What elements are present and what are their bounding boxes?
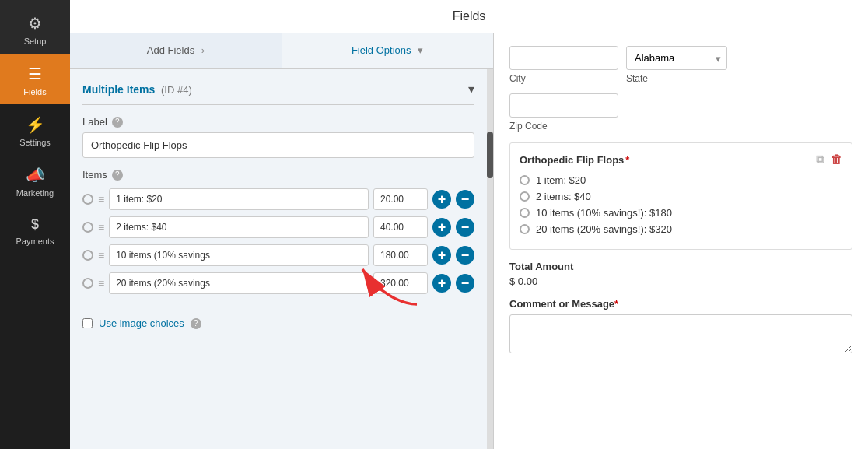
page-title: Fields: [453, 9, 486, 23]
item-add-button-1[interactable]: +: [432, 218, 451, 237]
item-drag-2[interactable]: ≡: [98, 249, 104, 261]
tab-field-options[interactable]: Field Options ▾: [282, 33, 493, 68]
item-row-2: ≡ + −: [82, 244, 474, 266]
item-remove-button-0[interactable]: −: [456, 190, 474, 209]
city-label: City: [509, 73, 618, 84]
delete-icon[interactable]: 🗑: [831, 153, 842, 167]
sidebar-label-marketing: Marketing: [16, 188, 54, 198]
payments-icon: $: [31, 216, 39, 233]
sidebar-label-setup: Setup: [24, 37, 47, 46]
copy-icon[interactable]: ⧉: [816, 153, 824, 167]
item-drag-0[interactable]: ≡: [98, 193, 104, 205]
sidebar-item-marketing[interactable]: 📣 Marketing: [0, 155, 70, 205]
item-name-input-1[interactable]: [109, 216, 369, 238]
city-input[interactable]: [509, 46, 618, 70]
sidebar: ⚙ Setup ☰ Fields ⚡ Settings 📣 Marketing …: [0, 0, 70, 449]
item-radio-3[interactable]: [82, 278, 93, 289]
section-title-text: Multiple Items: [82, 83, 155, 96]
comment-textarea[interactable]: [509, 314, 852, 353]
product-option-label-3: 20 items (20% savings!): $320: [536, 223, 672, 235]
product-name: Orthopedic Flip Flops*: [520, 154, 629, 166]
items-label-row: Items ?: [82, 169, 474, 181]
item-drag-3[interactable]: ≡: [98, 277, 104, 289]
item-remove-button-3[interactable]: −: [456, 274, 474, 293]
label-input[interactable]: [82, 132, 474, 158]
state-select[interactable]: Alabama: [626, 46, 727, 70]
item-name-input-3[interactable]: [109, 272, 369, 294]
product-option-label-0: 1 item: $20: [536, 174, 586, 186]
items-help-icon[interactable]: ?: [112, 170, 123, 181]
product-radio-3[interactable]: [520, 224, 530, 234]
sidebar-item-settings[interactable]: ⚡ Settings: [0, 104, 70, 155]
section-collapse-icon[interactable]: ▾: [468, 82, 474, 96]
fields-icon: ☰: [28, 65, 42, 83]
tab-add-fields-arrow: ›: [201, 44, 205, 56]
required-marker: *: [625, 154, 629, 166]
item-add-button-2[interactable]: +: [432, 246, 451, 265]
product-option-2: 10 items (10% savings!): $180: [520, 207, 842, 219]
item-price-input-3[interactable]: [373, 272, 428, 294]
total-label: Total Amount: [509, 261, 852, 272]
item-radio-0[interactable]: [82, 194, 93, 205]
comment-label: Comment or Message*: [509, 298, 852, 310]
panel-content: Multiple Items (ID #4) ▾ Label ? It: [70, 69, 487, 449]
section-header: Multiple Items (ID #4) ▾: [82, 82, 474, 96]
scroll-thumb[interactable]: [487, 132, 493, 178]
item-row-0: ≡ + −: [82, 188, 474, 210]
item-remove-button-2[interactable]: −: [456, 246, 474, 265]
sidebar-item-payments[interactable]: $ Payments: [0, 205, 70, 254]
product-option-3: 20 items (20% savings!): $320: [520, 223, 842, 235]
product-icons: ⧉ 🗑: [816, 153, 842, 167]
total-section: Total Amount $ 0.00: [509, 261, 852, 287]
item-remove-button-1[interactable]: −: [456, 218, 474, 237]
city-field: City: [509, 46, 618, 84]
sidebar-label-settings: Settings: [19, 138, 51, 147]
item-price-input-0[interactable]: [373, 188, 428, 210]
product-title-text: Orthopedic Flip Flops: [520, 154, 624, 166]
item-row-1: ≡ + −: [82, 216, 474, 238]
product-option-0: 1 item: $20: [520, 174, 842, 186]
item-radio-1[interactable]: [82, 222, 93, 233]
item-name-input-0[interactable]: [109, 188, 369, 210]
use-image-choices-label[interactable]: Use image choices: [99, 317, 184, 329]
right-panel: City Alabama State Zip Code: [494, 33, 868, 449]
image-choices-help-icon[interactable]: ?: [191, 318, 201, 329]
product-radio-1[interactable]: [520, 191, 530, 202]
item-add-button-3[interactable]: +: [432, 274, 451, 293]
comment-required: *: [614, 298, 618, 310]
state-label: State: [626, 73, 727, 84]
total-value: $ 0.00: [509, 275, 852, 287]
section-divider: [82, 104, 474, 105]
tab-add-fields[interactable]: Add Fields ›: [70, 33, 282, 68]
page-header: Fields: [70, 0, 868, 33]
sidebar-item-setup[interactable]: ⚙ Setup: [0, 0, 70, 54]
product-section: Orthopedic Flip Flops* ⧉ 🗑 1 item: $20 2…: [509, 142, 852, 250]
marketing-icon: 📣: [26, 166, 45, 184]
section-id: (ID #4): [161, 84, 192, 96]
content-area: Add Fields › Field Options ▾ Multiple It…: [70, 33, 868, 449]
product-radio-2[interactable]: [520, 208, 530, 218]
section-title: Multiple Items (ID #4): [82, 83, 192, 96]
comment-label-text: Comment or Message: [509, 298, 614, 310]
settings-icon: ⚡: [26, 115, 45, 134]
items-label: Items: [82, 169, 107, 181]
item-price-input-2[interactable]: [373, 244, 428, 266]
item-price-input-1[interactable]: [373, 216, 428, 238]
use-image-choices-checkbox[interactable]: [82, 318, 93, 328]
sidebar-item-fields[interactable]: ☰ Fields: [0, 54, 70, 104]
item-add-button-0[interactable]: +: [432, 190, 451, 209]
label-help-icon[interactable]: ?: [112, 117, 123, 128]
label-row: Label ?: [82, 116, 474, 128]
tabs: Add Fields › Field Options ▾: [70, 33, 493, 69]
main-area: Fields Add Fields › Field Options ▾: [70, 0, 868, 449]
state-field: Alabama State: [626, 46, 727, 84]
item-drag-1[interactable]: ≡: [98, 221, 104, 233]
scroll-track[interactable]: [487, 69, 493, 449]
product-radio-0[interactable]: [520, 175, 530, 185]
item-name-input-2[interactable]: [109, 244, 369, 266]
item-radio-2[interactable]: [82, 250, 93, 261]
tab-field-options-arrow: ▾: [418, 44, 423, 56]
zip-input[interactable]: [509, 93, 618, 118]
left-panel: Add Fields › Field Options ▾ Multiple It…: [70, 33, 494, 449]
product-option-label-1: 2 items: $40: [536, 191, 591, 202]
